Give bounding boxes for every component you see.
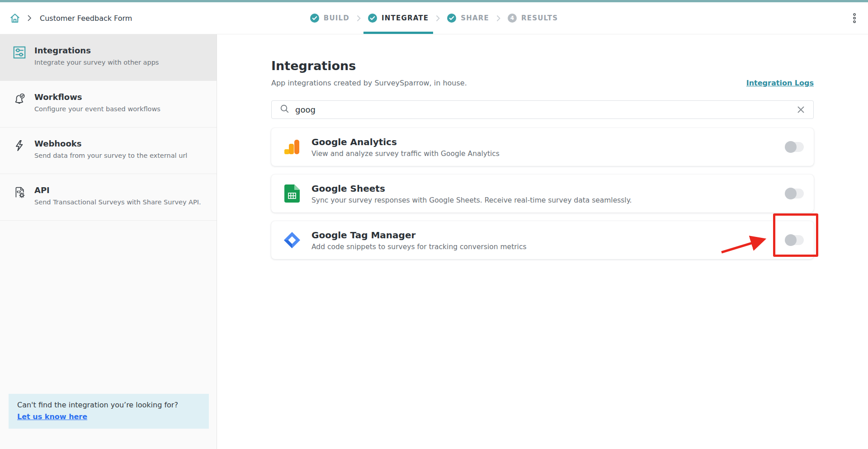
lightning-icon — [13, 139, 26, 174]
integration-card-google-sheets[interactable]: Google Sheets Sync your survey responses… — [271, 175, 814, 213]
step-chevron-icon — [436, 2, 440, 34]
integration-list: Google Analytics View and analyze survey… — [271, 128, 814, 259]
integration-desc: View and analyze survey traffic with Goo… — [311, 150, 786, 158]
toggle-knob — [785, 188, 797, 199]
home-icon[interactable] — [9, 12, 21, 24]
integration-desc: Sync your survey responses with Google S… — [311, 196, 786, 204]
search-input[interactable] — [295, 105, 791, 114]
page-subtitle: App integrations created by SurveySparro… — [271, 79, 467, 87]
workflow-bell-icon — [13, 92, 26, 127]
toggle-knob — [785, 141, 797, 153]
sidebar-item-title: Webhooks — [34, 139, 187, 148]
google-tag-manager-toggle[interactable] — [786, 235, 804, 245]
integration-name: Google Tag Manager — [311, 230, 786, 241]
google-analytics-toggle[interactable] — [786, 142, 804, 152]
breadcrumb: Customer Feedback Form — [40, 14, 132, 23]
sidebar-item-desc: Configure your event based workflows — [34, 105, 160, 113]
step-integrate[interactable]: INTEGRATE — [368, 2, 429, 34]
integration-card-google-analytics[interactable]: Google Analytics View and analyze survey… — [271, 128, 814, 166]
integration-logs-link[interactable]: Integration Logs — [746, 79, 814, 87]
search-icon — [280, 104, 289, 115]
sidebar-item-title: API — [34, 185, 201, 195]
stepper: BUILD INTEGRATE SHARE 4 RESULTS — [310, 2, 558, 34]
google-sheets-icon — [283, 184, 302, 203]
check-circle-icon — [368, 14, 377, 23]
search-box[interactable] — [271, 100, 814, 119]
sidebar-item-integrations[interactable]: Integrations Integrate your survey with … — [0, 34, 217, 81]
integration-name: Google Analytics — [311, 137, 786, 147]
sidebar: Integrations Integrate your survey with … — [0, 34, 217, 449]
sidebar-item-desc: Integrate your survey with other apps — [34, 59, 159, 66]
breadcrumb-chevron-icon — [27, 14, 32, 22]
google-sheets-toggle[interactable] — [786, 189, 804, 199]
integration-card-google-tag-manager[interactable]: Google Tag Manager Add code snippets to … — [271, 221, 814, 259]
kebab-menu-icon[interactable] — [853, 2, 856, 34]
app-screen: Customer Feedback Form BUILD INTEGRATE S… — [0, 0, 868, 449]
let-us-know-link[interactable]: Let us know here — [17, 412, 87, 421]
sidebar-item-title: Workflows — [34, 92, 160, 102]
sidebar-item-webhooks[interactable]: Webhooks Send data from your survey to t… — [0, 128, 217, 174]
integration-name: Google Sheets — [311, 183, 786, 194]
sidebar-item-workflows[interactable]: Workflows Configure your event based wor… — [0, 81, 217, 128]
check-circle-icon — [447, 14, 456, 23]
sidebar-item-title: Integrations — [34, 46, 159, 55]
step-label: RESULTS — [521, 14, 558, 22]
step-build[interactable]: BUILD — [310, 2, 349, 34]
step-share[interactable]: SHARE — [447, 2, 489, 34]
step-label: INTEGRATE — [382, 14, 429, 22]
check-circle-icon — [310, 14, 319, 23]
step-number-badge: 4 — [508, 14, 517, 23]
main-content: Integrations App integrations created by… — [217, 34, 868, 449]
step-label: SHARE — [461, 14, 489, 22]
toggle-knob — [785, 234, 797, 246]
sidebar-item-desc: Send Transactional Surveys with Share Su… — [34, 199, 201, 206]
active-step-underline — [363, 32, 433, 34]
step-label: BUILD — [324, 14, 349, 22]
step-chevron-icon — [496, 2, 500, 34]
integration-desc: Add code snippets to surveys for trackin… — [311, 243, 786, 251]
sliders-icon — [13, 46, 26, 80]
integration-request-notice: Can't find the integration you’re lookin… — [9, 394, 209, 429]
google-tag-manager-icon — [283, 231, 302, 249]
page-title: Integrations — [271, 59, 814, 73]
close-icon[interactable] — [797, 105, 805, 114]
code-file-gear-icon — [13, 185, 26, 220]
step-chevron-icon — [357, 2, 361, 34]
notice-text: Can't find the integration you’re lookin… — [17, 401, 200, 409]
google-analytics-icon — [283, 138, 302, 156]
topbar: Customer Feedback Form BUILD INTEGRATE S… — [0, 2, 868, 34]
step-results[interactable]: 4 RESULTS — [508, 2, 558, 34]
sidebar-item-desc: Send data from your survey to the extern… — [34, 152, 187, 159]
sidebar-item-api[interactable]: API Send Transactional Surveys with Shar… — [0, 174, 217, 221]
